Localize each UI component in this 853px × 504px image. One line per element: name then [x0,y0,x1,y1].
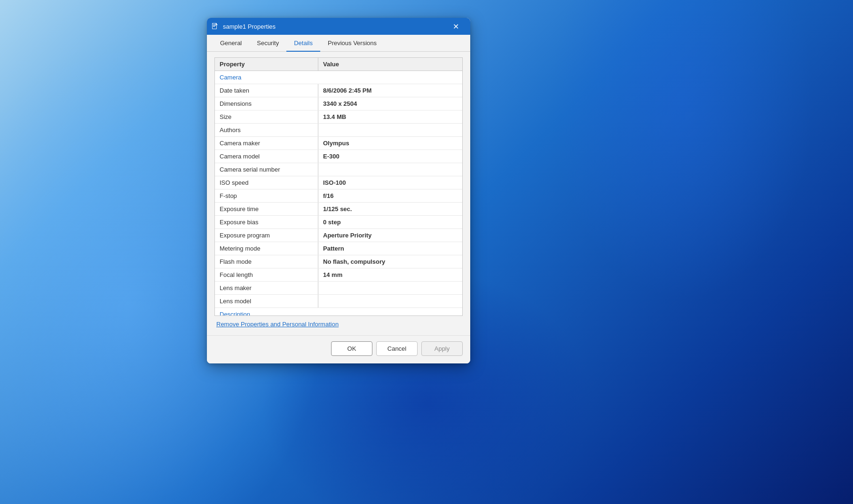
val-camera-serial [318,163,462,176]
tab-bar: General Security Details Previous Versio… [207,35,470,52]
prop-size: Size [215,110,318,123]
table-row[interactable]: Camera model E-300 [215,150,462,163]
table-row[interactable]: Lens maker [215,282,462,295]
svg-rect-4 [213,26,215,27]
section-description-label: Description [220,311,250,315]
prop-iso: ISO speed [215,176,318,189]
cancel-button[interactable]: Cancel [376,341,418,356]
remove-properties-link[interactable]: Remove Properties and Personal Informati… [216,321,461,328]
tab-details[interactable]: Details [286,35,320,52]
tab-previous-versions[interactable]: Previous Versions [320,35,384,52]
val-exposure-program: Aperture Priority [318,229,462,242]
prop-dimensions: Dimensions [215,97,318,110]
val-lens-model [318,295,462,307]
val-authors [318,124,462,136]
val-exposure-time: 1/125 sec. [318,203,462,215]
prop-authors: Authors [215,124,318,136]
prop-exposure-program: Exposure program [215,229,318,242]
prop-camera-maker: Camera maker [215,137,318,150]
val-metering-mode: Pattern [318,242,462,255]
svg-rect-3 [213,25,216,26]
close-button[interactable]: ✕ [445,18,466,35]
table-header: Property Value [215,58,462,71]
table-row[interactable]: Authors [215,124,462,137]
val-fstop: f/16 [318,189,462,202]
val-lens-maker [318,282,462,294]
val-flash-mode: No flash, compulsory [318,255,462,268]
val-iso: ISO-100 [318,176,462,189]
val-camera-maker: Olympus [318,137,462,150]
tab-general[interactable]: General [213,35,249,52]
val-dimensions: 3340 x 2504 [318,97,462,110]
section-description: Description [215,308,462,315]
table-row[interactable]: Exposure program Aperture Priority [215,229,462,242]
table-row[interactable]: F-stop f/16 [215,189,462,203]
prop-focal-length: Focal length [215,268,318,281]
prop-flash-mode: Flash mode [215,255,318,268]
table-row[interactable]: Camera maker Olympus [215,137,462,150]
prop-date-taken: Date taken [215,84,318,97]
section-camera-label: Camera [220,74,241,81]
val-date-taken: 8/6/2006 2:45 PM [318,84,462,97]
prop-camera-serial: Camera serial number [215,163,318,176]
table-row[interactable]: Size 13.4 MB [215,110,462,124]
prop-metering-mode: Metering mode [215,242,318,255]
tab-security[interactable]: Security [249,35,286,52]
title-bar: sample1 Properties ✕ [207,18,470,35]
table-row[interactable]: Lens model [215,295,462,308]
col-value-header: Value [318,58,462,71]
prop-lens-model: Lens model [215,295,318,307]
table-row[interactable]: Camera serial number [215,163,462,176]
tab-content: Property Value Camera Date taken 8/6/200… [207,52,470,335]
prop-fstop: F-stop [215,189,318,202]
ok-button[interactable]: OK [331,341,372,356]
table-row[interactable]: Date taken 8/6/2006 2:45 PM [215,84,462,97]
prop-lens-maker: Lens maker [215,282,318,294]
val-exposure-bias: 0 step [318,216,462,228]
table-row[interactable]: Dimensions 3340 x 2504 [215,97,462,110]
table-row[interactable]: Focal length 14 mm [215,268,462,282]
apply-button[interactable]: Apply [421,341,463,356]
table-row[interactable]: Flash mode No flash, compulsory [215,255,462,268]
prop-camera-model: Camera model [215,150,318,163]
table-row[interactable]: Exposure time 1/125 sec. [215,203,462,216]
table-row[interactable]: ISO speed ISO-100 [215,176,462,189]
properties-window: sample1 Properties ✕ General Security De… [207,18,470,363]
table-row[interactable]: Metering mode Pattern [215,242,462,255]
val-size: 13.4 MB [318,110,462,123]
properties-table: Property Value Camera Date taken 8/6/200… [214,57,463,316]
prop-exposure-bias: Exposure bias [215,216,318,228]
table-row[interactable]: Exposure bias 0 step [215,216,462,229]
table-scroll-area[interactable]: Camera Date taken 8/6/2006 2:45 PM Dimen… [215,71,462,315]
window-icon [211,22,219,31]
section-camera: Camera [215,71,462,84]
window-title: sample1 Properties [223,23,445,30]
val-focal-length: 14 mm [318,268,462,281]
button-row: OK Cancel Apply [207,335,470,363]
val-camera-model: E-300 [318,150,462,163]
prop-exposure-time: Exposure time [215,203,318,215]
svg-rect-2 [213,24,216,25]
col-property-header: Property [215,58,318,71]
